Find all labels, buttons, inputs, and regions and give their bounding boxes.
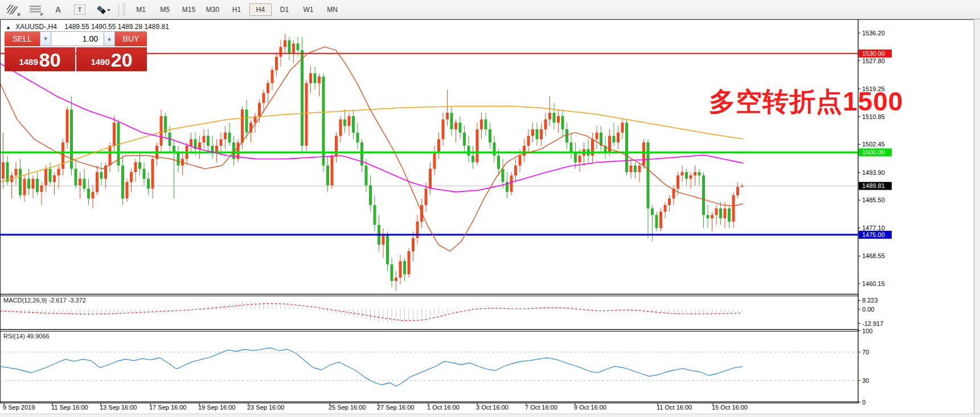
- time-tick-label: 11 Sep 16:00: [51, 404, 88, 411]
- current-price-badge-label: 1489.81: [862, 182, 885, 189]
- time-tick-label: 9 Sep 2019: [3, 404, 35, 411]
- one-click-trading-panel: SELL ▼ 1.00 ▲ BUY 1489 80 1490 20: [5, 31, 147, 71]
- timeframe-d1[interactable]: D1: [273, 3, 296, 16]
- timeframe-m30[interactable]: M30: [202, 3, 224, 16]
- toolbar: E F A T M1 M5: [0, 0, 980, 19]
- price-tick-label: 1502.45: [862, 141, 885, 148]
- fibonacci-grid-icon[interactable]: F: [28, 3, 42, 16]
- buy-price-pips: 20: [111, 50, 133, 70]
- timeframe-m1[interactable]: M1: [130, 3, 152, 16]
- macd-axis-label: -12.917: [862, 320, 883, 327]
- volume-increase-button[interactable]: ▲: [104, 31, 115, 46]
- timeframe-m15[interactable]: M15: [178, 3, 200, 16]
- time-tick-label: 13 Sep 16:00: [100, 404, 137, 411]
- drawing-tools: E F A T: [0, 3, 112, 16]
- buy-price-main: 1490: [91, 55, 109, 70]
- sell-price-main: 1489: [19, 55, 38, 70]
- time-tick-label: 15 Oct 16:00: [712, 404, 748, 411]
- time-tick-label: 7 Oct 16:00: [525, 404, 557, 411]
- price-tick-label: 1493.90: [862, 169, 885, 176]
- window-bottom-edge: [0, 414, 980, 417]
- chart-background: [0, 20, 980, 417]
- level-badge-1475.00-label: 1475.00: [862, 231, 885, 238]
- time-tick-label: 11 Oct 16:00: [657, 404, 692, 411]
- channels-tool-sub-label: E: [18, 12, 20, 17]
- volume-input[interactable]: 1.00: [51, 31, 104, 46]
- time-tick-label: 23 Sep 16:00: [247, 404, 284, 411]
- timeframe-m5[interactable]: M5: [154, 3, 176, 16]
- rsi-indicator-label: RSI(14) 49.9066: [3, 333, 50, 340]
- sell-price-pips: 80: [39, 50, 61, 70]
- time-tick-label: 1 Oct 16:00: [427, 404, 460, 411]
- symbol-title: XAUUSD-,H4: [15, 23, 57, 31]
- rsi-axis-label: 0: [862, 399, 866, 406]
- rsi-axis-label: 30: [862, 377, 869, 384]
- bar-ohlc-values: 1489.55 1490.55 1489.28 1489.81: [64, 23, 169, 31]
- price-chart[interactable]: 1536.201527.801519.251510.851502.451493.…: [0, 0, 980, 417]
- sell-button[interactable]: SELL: [5, 31, 40, 46]
- buy-price-display[interactable]: 1490 20: [76, 47, 147, 71]
- timeframe-buttons: M1 M5 M15 M30 H1 H4 D1 W1 MN: [130, 3, 343, 16]
- time-tick-label: 27 Sep 16:00: [377, 404, 414, 411]
- price-tick-label: 1477.10: [862, 224, 885, 231]
- level-badge-1530.00-label: 1530.00: [862, 50, 885, 57]
- volume-decrease-button[interactable]: ▼: [40, 31, 51, 46]
- chart-text-annotation: 多空转折点1500: [709, 84, 903, 120]
- mt4-window: 1536.201527.801519.251510.851502.451493.…: [0, 0, 980, 417]
- arrows-tool-icon[interactable]: [95, 3, 112, 16]
- price-tick-label: 1527.80: [862, 58, 885, 64]
- price-tick-label: 1536.20: [862, 30, 885, 36]
- time-tick-label: 3 Oct 16:00: [476, 404, 509, 411]
- macd-axis-label: 8.223: [862, 297, 878, 304]
- timeframe-mn[interactable]: MN: [321, 3, 343, 16]
- text-label-tool-icon[interactable]: T: [74, 5, 85, 15]
- fibonacci-tool-sub-label: F: [40, 12, 43, 17]
- price-tick-label: 1485.50: [862, 197, 885, 203]
- time-tick-label: 25 Sep 16:00: [329, 404, 366, 411]
- time-tick-label: 17 Sep 16:00: [149, 404, 186, 411]
- chart-header: ▲ XAUUSD-,H4 1489.55 1490.55 1489.28 148…: [6, 23, 169, 31]
- channels-tool-icon[interactable]: E: [6, 3, 19, 16]
- time-tick-label: 9 Oct 16:00: [574, 404, 606, 411]
- rsi-axis-label: 100: [862, 328, 872, 334]
- toolbar-drag-handle[interactable]: [122, 3, 125, 16]
- collapse-panel-icon[interactable]: ▲: [6, 24, 11, 30]
- toolbar-separator: [118, 3, 119, 17]
- timeframe-h1[interactable]: H1: [225, 3, 248, 16]
- timeframe-w1[interactable]: W1: [297, 3, 319, 16]
- macd-axis-label: 0.00: [862, 306, 874, 313]
- macd-indicator-label: MACD(12,26,9) -2.617 -3.372: [3, 297, 86, 304]
- buy-button[interactable]: BUY: [115, 31, 147, 46]
- time-tick-label: 19 Sep 16:00: [198, 404, 235, 411]
- timeframe-h4[interactable]: H4: [249, 3, 272, 16]
- price-tick-label: 1468.55: [862, 252, 885, 259]
- rsi-axis-label: 70: [862, 349, 869, 355]
- window-right-edge: [974, 0, 980, 417]
- text-tool-icon[interactable]: A: [51, 3, 65, 16]
- level-badge-1500.00-label: 1500.00: [862, 149, 885, 156]
- sell-price-display[interactable]: 1489 80: [5, 47, 75, 71]
- price-tick-label: 1460.15: [862, 280, 885, 287]
